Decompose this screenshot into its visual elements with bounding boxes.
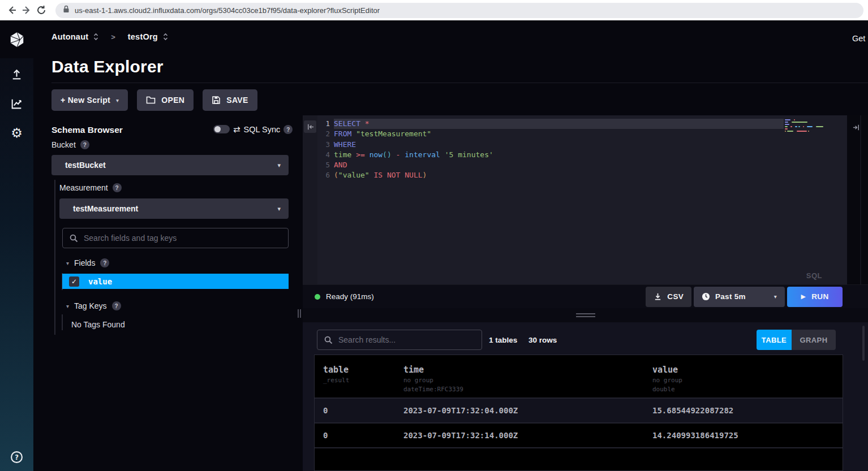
horizontal-splitter[interactable] [303,308,868,322]
fields-help-icon[interactable]: ? [100,258,109,267]
ssl-lock-icon [63,5,70,15]
clock-icon [702,292,710,301]
collapse-caret-icon[interactable]: ▾ [66,260,69,266]
sort-chevrons-icon [93,32,98,41]
expand-right-icon [852,123,861,132]
save-script-button[interactable]: SAVE [203,89,257,111]
browser-reload-button[interactable] [34,3,49,18]
vertical-splitter-handle[interactable] [298,309,301,318]
open-script-button[interactable]: OPEN [137,89,194,111]
address-bar[interactable]: us-east-1-1.aws.cloud2.influxdata.com/or… [55,3,863,18]
nav-data-explorer[interactable] [0,97,33,110]
sort-chevrons-icon [163,32,168,41]
results-table-header: table_resulttimeno groupdateTime:RFC3339… [315,355,843,399]
code-line: FROM "testMeasurement" [334,129,784,139]
title-divider [51,83,868,83]
fields-label: Fields [74,258,95,267]
query-status-bar: Ready (91ms) CSV Past 5m ▾ ▶ RUN [303,284,868,308]
svg-text:?: ? [15,453,19,461]
new-script-button[interactable]: + New Script ▾ [51,89,128,111]
tag-keys-label: Tag Keys [74,301,107,310]
run-label: RUN [811,292,828,301]
sql-sync-help-icon[interactable]: ? [283,125,293,134]
code-line: AND [334,160,784,170]
chevron-down-icon: ▾ [774,293,777,300]
collapse-left-icon [306,123,315,131]
browser-toolbar: us-east-1-1.aws.cloud2.influxdata.com/or… [0,0,868,20]
bucket-label-group: Bucket ? [51,140,89,149]
tag-keys-help-icon[interactable]: ? [112,301,121,310]
time-range-dropdown[interactable]: Past 5m ▾ [694,287,785,307]
csv-label: CSV [667,292,684,301]
breadcrumb: Autonaut > testOrg [51,32,168,41]
help-circle-icon: ? [10,451,23,464]
script-toolbar: + New Script ▾ OPEN SAVE [51,89,257,111]
play-icon: ▶ [801,293,806,300]
suborg-name: testOrg [128,32,158,41]
gear-icon: ⚙ [11,126,23,140]
page-title: Data Explorer [51,57,164,76]
collapse-caret-icon[interactable]: ▾ [66,303,69,309]
run-query-button[interactable]: ▶ RUN [787,287,843,307]
influxdb-logo[interactable] [0,20,33,58]
chevron-down-icon: ▾ [277,205,281,213]
breadcrumb-separator-icon: > [111,33,115,41]
folder-icon [146,96,156,105]
sql-sync-toggle[interactable] [213,125,230,133]
bucket-selected-value: testBucket [65,161,277,170]
column-header: valueno groupdouble [652,355,843,397]
collapse-schema-button[interactable] [304,120,316,133]
nav-load-data[interactable] [0,68,33,81]
table-row: 02023-07-09T17:32:04.000Z15.685449220872… [315,399,843,424]
csv-download-button[interactable]: CSV [646,287,691,307]
schema-browser-title: Schema Browser [51,125,123,135]
left-nav-rail: ⚙ ? [0,20,33,471]
code-lines[interactable]: SELECT *FROM "testMeasurement"WHEREtime … [334,119,784,181]
schema-search-input[interactable] [84,234,281,243]
nav-settings[interactable]: ⚙ [0,126,33,140]
influxdb-cube-icon [8,31,25,48]
toggle-knob [214,126,221,132]
table-row: 02023-07-09T17:32:14.000Z14.240993186419… [315,424,843,448]
org-name: Autonaut [51,32,88,41]
measurement-label-group: Measurement ? [59,183,122,192]
results-scrollbar[interactable] [862,326,865,361]
bucket-help-icon[interactable]: ? [80,140,89,149]
check-icon: ✓ [71,278,77,286]
browser-back-button[interactable] [5,3,19,18]
line-chart-icon [10,97,23,110]
query-status-text: Ready (91ms) [326,292,374,301]
tab-table[interactable]: TABLE [757,330,792,350]
url-text: us-east-1-1.aws.cloud2.influxdata.com/or… [75,6,380,15]
editor-right-rail [847,115,868,284]
code-line: WHERE [334,140,784,150]
upload-icon [10,68,23,81]
results-search-input[interactable] [338,335,475,344]
download-icon [654,292,662,301]
org-switcher[interactable]: Autonaut [51,32,98,41]
tree-indent-line [62,314,63,330]
field-name: value [88,277,112,286]
bucket-label: Bucket [51,140,76,149]
chevron-down-icon: ▾ [277,162,281,169]
nav-help[interactable]: ? [0,451,33,464]
results-search [317,330,482,350]
browser-forward-button[interactable] [19,3,34,18]
fields-section-header: ▾ Fields ? [66,258,109,267]
no-tags-message: No Tags Found [71,320,125,329]
measurement-help-icon[interactable]: ? [113,183,122,192]
get-credits-link[interactable]: Get [852,34,865,43]
schema-search [62,228,289,248]
field-checkbox[interactable]: ✓ [69,276,79,287]
code-line: SELECT * [334,119,784,129]
tab-graph[interactable]: GRAPH [792,330,836,350]
suborg-switcher[interactable]: testOrg [128,32,168,41]
time-range-value: Past 5m [715,292,746,301]
minimap[interactable] [785,119,823,133]
tag-keys-section-header: ▾ Tag Keys ? [66,301,121,310]
measurement-dropdown[interactable]: testMeasurement ▾ [59,198,289,219]
sql-sync-label-group: ⇄ SQL Sync ? [233,124,293,135]
bucket-dropdown[interactable]: testBucket ▾ [51,155,289,175]
field-item-value[interactable]: ✓ value [62,274,289,289]
splitter-grip [576,313,595,319]
